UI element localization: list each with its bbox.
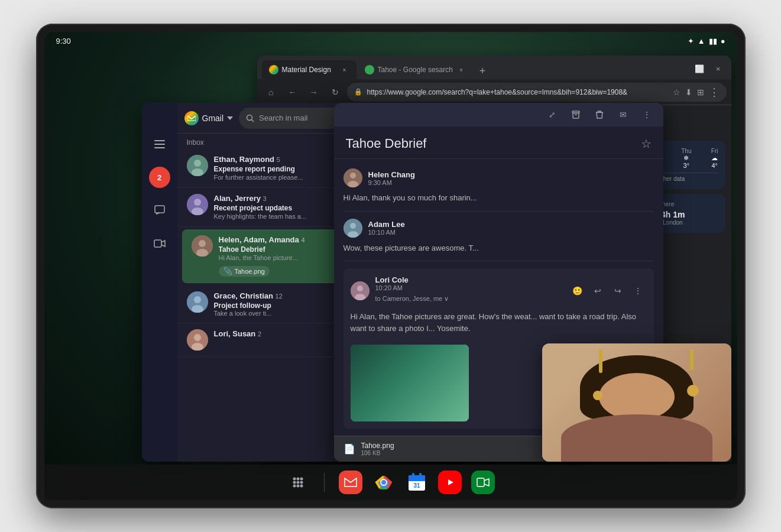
face-shape bbox=[599, 373, 675, 420]
light-right bbox=[690, 349, 693, 370]
svg-point-43 bbox=[300, 485, 303, 488]
svg-rect-2 bbox=[154, 147, 165, 148]
body-shape bbox=[561, 414, 712, 462]
attachment-name: Tahoe.png bbox=[235, 268, 265, 275]
notification-icon[interactable]: 2 bbox=[149, 167, 170, 188]
gmail-logo: Gmail bbox=[184, 111, 234, 125]
label-btn[interactable]: ✉ bbox=[614, 105, 633, 124]
taskbar-divider bbox=[324, 473, 325, 492]
taskbar-meet[interactable] bbox=[471, 471, 495, 494]
gmail-sidebar: 2 bbox=[142, 103, 177, 462]
svg-point-5 bbox=[247, 115, 252, 120]
gmail-logo-icon bbox=[184, 111, 199, 125]
svg-point-22 bbox=[194, 334, 201, 341]
address-bar[interactable]: 🔒 https://www.google.com/search?q=lake+t… bbox=[347, 83, 727, 102]
message-to-lori: 10:20 AM bbox=[375, 284, 449, 291]
taskbar-chrome[interactable] bbox=[372, 471, 396, 494]
video-person bbox=[542, 343, 731, 462]
wifi-icon: ▲ bbox=[698, 37, 705, 46]
tab-material-favicon bbox=[269, 65, 278, 74]
reply-btn[interactable]: ↩ bbox=[589, 282, 607, 300]
svg-text:31: 31 bbox=[413, 482, 420, 489]
address-text: https://www.google.com/search?q=lake+tah… bbox=[367, 88, 628, 96]
download-filename: Tahoe.png bbox=[361, 442, 394, 450]
message-helen: Helen Chang 9:30 AM Hi Alan, thank you s… bbox=[343, 168, 654, 212]
tab-material-close[interactable]: × bbox=[340, 65, 349, 74]
lori-to-field: to Cameron, Jesse, me ∨ bbox=[375, 295, 449, 303]
search-placeholder: Search in mail bbox=[259, 113, 307, 122]
forward-button[interactable]: → bbox=[304, 83, 323, 102]
email-detail-title-bar: Tahoe Debrief ☆ bbox=[334, 126, 663, 159]
taskbar-youtube[interactable] bbox=[438, 471, 462, 494]
svg-rect-1 bbox=[154, 144, 165, 145]
delete-btn[interactable] bbox=[590, 105, 609, 124]
gmail-dropdown-icon[interactable] bbox=[227, 116, 233, 120]
message-body-adam: Wow, these picturese are awesome. T... bbox=[343, 242, 654, 254]
bookmark-icon[interactable]: ☆ bbox=[673, 87, 680, 97]
message-body-helen: Hi Alan, thank you so much for sharin... bbox=[343, 192, 654, 204]
emoji-btn[interactable]: 🙂 bbox=[569, 282, 586, 300]
chrome-close-btn[interactable]: × bbox=[710, 60, 727, 77]
expand-btn[interactable]: ⤢ bbox=[543, 105, 562, 124]
archive-btn[interactable] bbox=[566, 105, 585, 124]
extensions-icon[interactable]: ⊞ bbox=[697, 87, 704, 97]
weather-fri: Fri ☁ 4° bbox=[711, 148, 718, 169]
tahoe-photo bbox=[351, 345, 469, 421]
email-sender-helen: Helen, Adam, Amanda 4 bbox=[219, 235, 305, 244]
email-avatar-ethan bbox=[187, 155, 208, 176]
tab-tahoe-close[interactable]: × bbox=[456, 65, 466, 74]
refresh-button[interactable]: ↻ bbox=[326, 83, 345, 102]
svg-point-33 bbox=[357, 286, 363, 291]
chat-icon[interactable] bbox=[149, 200, 170, 221]
message-avatar-helen bbox=[343, 168, 362, 187]
svg-point-40 bbox=[300, 481, 303, 484]
svg-rect-49 bbox=[409, 479, 425, 481]
menu-icon[interactable]: ⋮ bbox=[709, 86, 720, 99]
video-icon[interactable] bbox=[149, 233, 170, 254]
message-avatar-lori bbox=[351, 281, 370, 300]
new-tab-button[interactable]: + bbox=[474, 63, 491, 79]
taskbar-calendar[interactable]: 31 bbox=[405, 471, 429, 494]
email-avatar-lori bbox=[187, 329, 208, 351]
svg-point-46 bbox=[381, 480, 386, 485]
bluetooth-icon: ✦ bbox=[688, 37, 694, 46]
svg-rect-51 bbox=[419, 473, 422, 478]
svg-rect-55 bbox=[477, 478, 484, 486]
video-call-overlay bbox=[542, 343, 731, 462]
bulb-left bbox=[593, 391, 602, 400]
email-sender-alan: Alan, Jerrery 3 bbox=[214, 194, 267, 203]
more-actions-btn[interactable]: ⋮ bbox=[629, 282, 647, 300]
forward-btn[interactable]: ↪ bbox=[609, 282, 627, 300]
lock-icon: 🔒 bbox=[354, 88, 362, 96]
tab-tahoe[interactable]: Tahoe - Google sesarch × bbox=[358, 60, 473, 79]
download-icon[interactable]: ⬇ bbox=[685, 87, 692, 97]
chrome-maximize-btn[interactable]: ⬜ bbox=[691, 60, 708, 77]
message-time-helen: 9:30 AM bbox=[368, 179, 415, 186]
message-body-lori: Hi Alan, the Tahoe pictures are great. H… bbox=[351, 311, 647, 334]
weather-thu-temp: 3° bbox=[681, 162, 691, 169]
svg-point-42 bbox=[297, 485, 300, 488]
taskbar-apps-grid[interactable] bbox=[286, 471, 310, 494]
svg-point-19 bbox=[194, 296, 201, 303]
weather-fri-temp: 4° bbox=[711, 162, 718, 169]
notification-badge: 2 bbox=[157, 173, 161, 182]
back-button[interactable]: ← bbox=[283, 83, 302, 102]
tablet-screen: 9:30 ✦ ▲ ▮▮ ● Material Design × Ta bbox=[44, 32, 737, 500]
download-filesize: 106 KB bbox=[361, 450, 394, 456]
message-avatar-adam bbox=[343, 219, 362, 238]
home-button[interactable]: ⌂ bbox=[262, 83, 281, 102]
email-attachment-tahoe: 📎 Tahoe.png bbox=[219, 266, 270, 277]
tab-material-design[interactable]: Material Design × bbox=[262, 60, 357, 79]
more-btn[interactable]: ⋮ bbox=[637, 105, 656, 124]
email-sender-lori: Lori, Susan 2 bbox=[214, 329, 262, 338]
chrome-tabs-bar: Material Design × Tahoe - Google sesarch… bbox=[257, 56, 731, 79]
email-avatar-helen bbox=[192, 235, 213, 257]
svg-rect-25 bbox=[573, 113, 579, 118]
message-sender-adam: Adam Lee bbox=[368, 220, 405, 229]
taskbar-gmail[interactable] bbox=[339, 471, 362, 494]
menu-icon[interactable] bbox=[149, 134, 170, 155]
message-adam: Adam Lee 10:10 AM Wow, these picturese a… bbox=[343, 219, 654, 262]
star-button[interactable]: ☆ bbox=[641, 137, 652, 151]
svg-point-36 bbox=[297, 478, 300, 481]
search-icon bbox=[246, 114, 254, 122]
